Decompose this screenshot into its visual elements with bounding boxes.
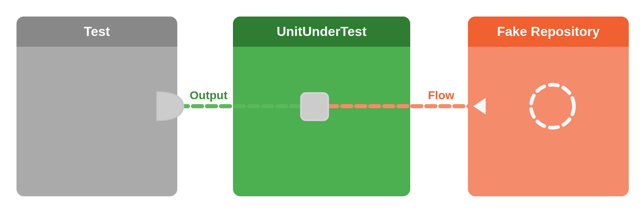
- test-block-header: Test: [16, 17, 177, 47]
- flow-label: Flow: [428, 89, 454, 102]
- test-block-body: [16, 47, 177, 196]
- diagram: Test UnitUnderTest Fake Repository: [0, 0, 644, 212]
- output-label: Output: [190, 89, 228, 102]
- unit-block: UnitUnderTest: [233, 17, 410, 196]
- unit-block-body: [233, 47, 410, 196]
- fake-block-header: Fake Repository: [468, 17, 629, 47]
- test-block: Test: [16, 17, 177, 196]
- unit-block-header: UnitUnderTest: [233, 17, 410, 47]
- fake-block: Fake Repository: [468, 17, 629, 196]
- fake-block-body: [468, 47, 629, 196]
